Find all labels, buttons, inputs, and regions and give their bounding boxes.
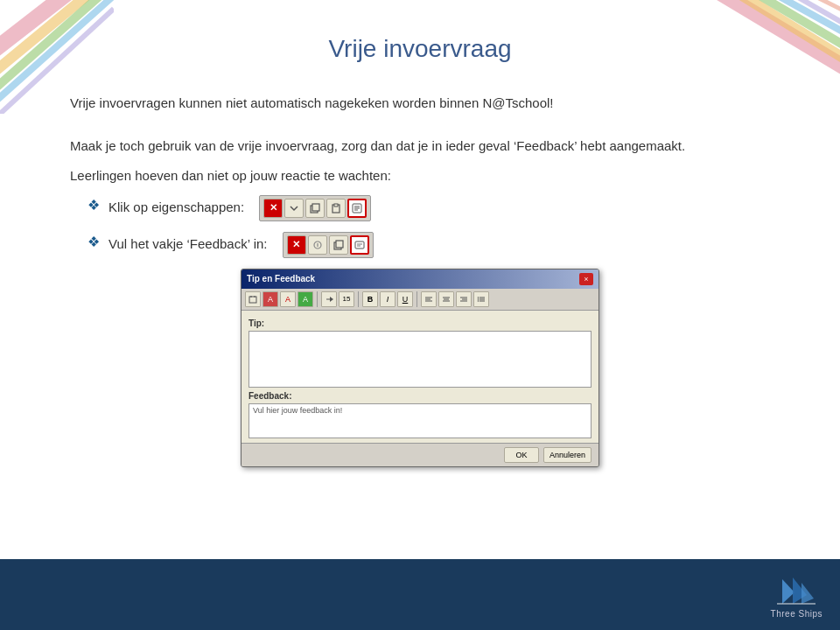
dlg-tb-5[interactable] bbox=[321, 291, 337, 307]
body-text-2: Leerlingen hoeven dan niet op jouw react… bbox=[70, 165, 770, 186]
tb2-btn-2[interactable] bbox=[308, 235, 327, 255]
dialog-cancel-button[interactable]: Annuleren bbox=[543, 447, 592, 463]
dlg-tb-6[interactable]: 15 bbox=[339, 291, 354, 307]
dialog-toolbar: A A A 15 B I U bbox=[242, 289, 598, 311]
dialog-tip-textarea[interactable] bbox=[248, 331, 592, 388]
dialog-feedback-textarea[interactable]: Vul hier jouw feedback in! bbox=[248, 403, 592, 438]
toolbar-btn-delete[interactable]: ✕ bbox=[263, 199, 283, 218]
three-ships-logo: Three Ships bbox=[771, 570, 822, 619]
dialog-titlebar: Tip en Feedback × bbox=[242, 270, 598, 289]
dlg-tb-align-r[interactable] bbox=[456, 291, 472, 307]
svg-rect-14 bbox=[334, 204, 338, 206]
dialog-container: Tip en Feedback × A A A 15 B I U bbox=[241, 269, 599, 467]
svg-point-45 bbox=[478, 300, 480, 302]
dlg-tb-list[interactable] bbox=[473, 291, 489, 307]
body-text-1: Maak je toch gebruik van de vrije invoer… bbox=[70, 136, 770, 157]
page-title: Vrije invoervraag bbox=[70, 35, 770, 63]
tb2-btn-delete[interactable]: ✕ bbox=[287, 235, 306, 255]
dlg-tb-1[interactable] bbox=[245, 291, 261, 307]
main-content: Vrije invoervraag Vrije invoervragen kun… bbox=[0, 0, 840, 559]
dialog-tip-label: Tip: bbox=[248, 318, 592, 328]
dialog-feedback-label: Feedback: bbox=[248, 391, 592, 401]
toolbar-btn-paste[interactable] bbox=[326, 199, 346, 218]
toolbar-screenshot: ✕ bbox=[259, 195, 371, 221]
bullet-text-2: Vul het vakje ‘Feedback’ in: ✕ bbox=[108, 232, 374, 258]
bullet-item-1: ❖ Klik op eigenschappen: ✕ bbox=[88, 195, 770, 221]
dlg-tb-underline[interactable]: U bbox=[397, 291, 413, 307]
three-ships-icon bbox=[775, 570, 817, 607]
dlg-tb-italic[interactable]: I bbox=[380, 291, 396, 307]
dialog-body: Tip: Feedback: Vul hier jouw feedback in… bbox=[242, 311, 598, 443]
tb2-btn-3[interactable] bbox=[329, 235, 348, 255]
bullet-diamond-2: ❖ bbox=[88, 234, 100, 250]
tb2-btn-feedback[interactable] bbox=[350, 235, 369, 255]
dlg-tb-bold[interactable]: B bbox=[362, 291, 378, 307]
bottom-bar: Three Ships bbox=[0, 559, 840, 630]
three-ships-text: Three Ships bbox=[771, 609, 822, 619]
intro-text: Vrije invoervragen kunnen niet automatis… bbox=[70, 94, 770, 114]
toolbar-screenshot-2: ✕ bbox=[283, 232, 374, 258]
svg-rect-23 bbox=[355, 242, 364, 248]
toolbar-btn-copy[interactable] bbox=[305, 199, 325, 218]
toolbar-btn-properties[interactable] bbox=[347, 199, 367, 218]
dlg-tb-align-l[interactable] bbox=[421, 291, 437, 307]
dialog-window: Tip en Feedback × A A A 15 B I U bbox=[241, 269, 599, 467]
dlg-tb-align-c[interactable] bbox=[438, 291, 454, 307]
bullet-diamond-1: ❖ bbox=[88, 197, 100, 214]
bullet-text-1: Klik op eigenschappen: ✕ bbox=[108, 195, 371, 221]
svg-point-43 bbox=[478, 297, 480, 298]
svg-point-44 bbox=[478, 298, 480, 300]
dlg-tb-4[interactable]: A bbox=[298, 291, 313, 307]
toolbar-btn-arrow[interactable] bbox=[284, 199, 304, 218]
dlg-tb-3[interactable]: A bbox=[280, 291, 296, 307]
dialog-close-button[interactable]: × bbox=[579, 273, 593, 285]
svg-rect-22 bbox=[336, 241, 343, 248]
dlg-tb-2[interactable]: A bbox=[262, 291, 278, 307]
svg-rect-12 bbox=[312, 204, 319, 211]
dialog-title: Tip en Feedback bbox=[247, 274, 315, 284]
svg-marker-30 bbox=[330, 297, 333, 302]
dialog-footer: OK Annuleren bbox=[242, 443, 598, 466]
svg-rect-26 bbox=[249, 297, 256, 303]
bullet-item-2: ❖ Vul het vakje ‘Feedback’ in: ✕ bbox=[88, 232, 770, 258]
dialog-ok-button[interactable]: OK bbox=[504, 447, 539, 463]
